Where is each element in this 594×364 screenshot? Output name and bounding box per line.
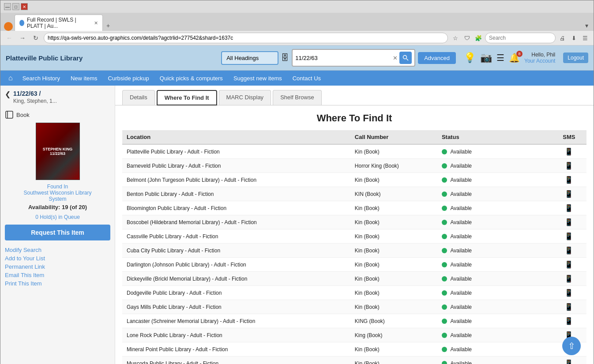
search-input[interactable] [295,55,393,61]
sms-cell[interactable]: 📱 [552,258,586,272]
modify-search-link[interactable]: Modify Search [5,247,110,253]
tab-where-to-find[interactable]: Where To Find It [157,90,217,105]
sms-cell[interactable]: 📱 [552,159,586,173]
location-cell: Bloomington Public Library - Adult - Fic… [122,201,350,215]
location-cell: Platteville Public Library - Adult - Fic… [122,144,350,159]
user-info[interactable]: Hello, Phil Your Account [524,52,555,64]
camera-icon[interactable]: 📷 [480,52,492,64]
tab-shelf-browse[interactable]: Shelf Browse [273,90,322,105]
tab-menu-button[interactable]: ▾ [583,20,590,31]
sms-cell[interactable]: 📱 [552,201,586,215]
heading-select[interactable]: All Headings [221,51,278,65]
search-go-button[interactable] [399,52,412,64]
table-row: Belmont (John Turgeson Public Library) -… [122,173,586,187]
callnumber-cell: Kin (Book) [350,215,437,229]
sms-cell[interactable]: 📱 [552,215,586,229]
account-label[interactable]: Your Account [524,58,555,64]
location-cell: Belmont (John Turgeson Public Library) -… [122,173,350,187]
col-sms-header: SMS [552,130,586,144]
sms-cell[interactable]: 📱 [552,173,586,187]
back-arrow-button[interactable]: ❮ [5,90,11,98]
callnumber-cell: Kin (Book) [350,300,437,314]
status-cell: Available [437,244,552,258]
callnumber-cell: Kin (Book) [350,356,437,364]
database-icon[interactable]: 🗄 [281,53,289,63]
hello-label: Hello, Phil [524,52,555,58]
status-cell: Available [437,258,552,272]
address-input[interactable] [44,33,448,43]
search-input-wrap: ✕ [292,49,415,67]
permanent-link[interactable]: Permanent Link [5,263,110,270]
notifications-bell-icon[interactable]: 🔔 8 [509,53,520,63]
search-clear-button[interactable]: ✕ [393,55,398,61]
new-tab-button[interactable]: + [103,20,113,31]
holds-label[interactable]: 0 Hold(s) in Queue [5,214,110,220]
svg-line-1 [406,59,408,60]
tab-favicon [19,20,24,26]
nav-curbside[interactable]: Curbside pickup [103,71,154,85]
callnumber-cell: Kin (Book) [350,244,437,258]
sms-cell[interactable]: 📱 [552,144,586,159]
sms-cell[interactable]: 📱 [552,272,586,286]
menu-button[interactable]: ☰ [580,33,590,43]
close-button[interactable]: ✕ [21,3,28,10]
extension-button[interactable]: 🧩 [474,33,483,43]
sms-cell[interactable]: 📱 [552,244,586,258]
email-item-link[interactable]: Email This Item [5,272,110,278]
print-icon[interactable]: 🖨 [557,33,567,43]
main-content: Details Where To Find It MARC Display Sh… [115,86,594,364]
tab-marc-display[interactable]: MARC Display [219,90,271,105]
nav-home-icon[interactable]: ⌂ [4,71,17,86]
table-row: Muscoda Public Library - Adult - Fiction… [122,356,586,364]
back-button[interactable]: ← [4,33,15,43]
tab-close-button[interactable]: ✕ [94,20,98,26]
table-row: Cuba City Public Library - Adult - Ficti… [122,244,586,258]
maximize-button[interactable]: □ [12,3,19,10]
sms-cell[interactable]: 📱 [552,314,586,328]
status-cell: Available [437,314,552,328]
lightbulb-icon[interactable]: 💡 [464,52,476,64]
print-item-link[interactable]: Print This Item [5,280,110,287]
forward-button[interactable]: → [17,33,28,43]
nav-contact[interactable]: Contact Us [287,71,326,85]
bookmark-button[interactable]: ☆ [451,33,460,43]
status-cell: Available [437,229,552,244]
location-cell: Cuba City Public Library - Adult - Ficti… [122,244,350,258]
downloads-button[interactable]: ⬇ [569,33,579,43]
sms-cell[interactable]: 📱 [552,187,586,201]
minimize-button[interactable]: — [4,3,11,10]
add-to-list-link[interactable]: Add to Your List [5,255,110,262]
content-area: ❮ 11/22/63 / King, Stephen, 1... Book ST… [0,86,594,364]
found-in-label[interactable]: Found In Southwest Wisconsin Library Sys… [5,184,110,202]
sms-cell[interactable]: 📱 [552,286,586,300]
location-cell: Barneveld Public Library - Adult - Ficti… [122,159,350,173]
browser-toolbar: ☆ 🛡 🧩 🖨 ⬇ ☰ [451,33,590,43]
sms-cell[interactable]: 📱 [552,356,586,364]
scroll-to-top-button[interactable]: ⇧ [562,337,581,355]
sms-cell[interactable]: 📱 [552,300,586,314]
sms-cell[interactable]: 📱 [552,229,586,244]
request-item-button[interactable]: Request This Item [5,225,110,240]
browser-search-input[interactable] [485,33,556,43]
wtfi-section: Where To Find It Location Call Number St… [115,105,594,364]
advanced-search-button[interactable]: Advanced [418,52,456,64]
col-location-header: Location [122,130,350,144]
callnumber-cell: Horror King (Book) [350,159,437,173]
status-cell: Available [437,201,552,215]
location-cell: Dickeyville (Brickl Memorial Library) - … [122,272,350,286]
nav-search-history[interactable]: Search History [17,71,65,85]
nav-suggest[interactable]: Suggest new items [228,71,287,85]
reload-button[interactable]: ↻ [30,33,41,43]
shield-icon: 🛡 [462,33,472,43]
callnumber-cell: Kin (Book) [350,201,437,215]
callnumber-cell: Kin (Book) [350,229,437,244]
nav-quick-picks[interactable]: Quick picks & computers [154,71,228,85]
tab-details[interactable]: Details [122,90,155,105]
table-header: Location Call Number Status SMS [122,130,586,144]
logout-button[interactable]: Logout [563,53,588,63]
nav-new-items[interactable]: New items [65,71,103,85]
active-tab[interactable]: Full Record | SWLS | PLATT | Au... ✕ [15,15,103,31]
list-icon[interactable]: ☰ [496,53,504,63]
location-cell: Boscobel (Hildebrand Memorial Library) -… [122,215,350,229]
location-cell: Gays Mills Public Library - Adult - Fict… [122,300,350,314]
